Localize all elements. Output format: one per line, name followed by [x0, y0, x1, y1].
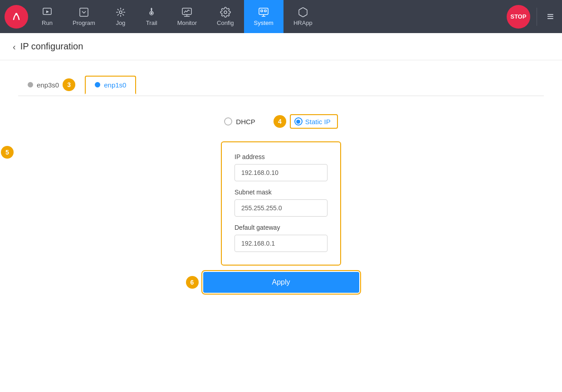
- svg-rect-4: [80, 8, 88, 16]
- nav-label-program: Program: [73, 19, 95, 26]
- subnet-mask-input[interactable]: [235, 199, 327, 217]
- svg-line-12: [122, 9, 124, 10]
- nav-item-run[interactable]: Run: [32, 0, 63, 33]
- form-wrapper: 5 IP address Subnet mask Default gateway: [18, 141, 544, 266]
- default-gateway-input[interactable]: [235, 235, 327, 252]
- subnet-mask-label: Subnet mask: [235, 189, 327, 196]
- apply-btn-wrapper: 6 Apply: [18, 272, 544, 293]
- ip-address-input[interactable]: [235, 164, 327, 181]
- page: ‹ IP configuration enp3s0 3 enp1s0 DHCP: [0, 33, 562, 392]
- svg-marker-3: [46, 10, 49, 13]
- interface-tab-enp3s0[interactable]: enp3s0 3: [18, 73, 85, 96]
- interface-tab-enp1s0[interactable]: enp1s0: [85, 76, 136, 94]
- static-ip-label: Static IP: [305, 118, 331, 126]
- nav-label-system: System: [254, 19, 274, 26]
- static-ip-radio-inner: [296, 120, 300, 124]
- svg-line-10: [117, 9, 119, 10]
- nav-item-config[interactable]: Config: [207, 0, 244, 33]
- ip-address-label: IP address: [235, 153, 327, 160]
- svg-point-15: [151, 13, 152, 14]
- nav-label-config: Config: [217, 19, 234, 26]
- svg-rect-20: [261, 10, 263, 12]
- page-header: ‹ IP configuration: [0, 33, 562, 60]
- interface-label-enp1s0: enp1s0: [104, 81, 126, 89]
- form-section: IP address Subnet mask Default gateway: [221, 141, 341, 266]
- nav-item-trail[interactable]: Trail: [136, 0, 167, 33]
- static-ip-group: 4 Static IP: [274, 114, 338, 129]
- form-badge: 5: [1, 146, 14, 159]
- stop-button[interactable]: STOP: [507, 5, 530, 29]
- nav-item-monitor[interactable]: Monitor: [167, 0, 207, 33]
- interface-label-enp3s0: enp3s0: [37, 81, 59, 89]
- static-ip-option[interactable]: Static IP: [290, 114, 338, 129]
- dhcp-radio[interactable]: [224, 117, 232, 126]
- nav-label-monitor: Monitor: [177, 19, 197, 26]
- app-logo[interactable]: [5, 5, 28, 29]
- nav-item-jog[interactable]: Jog: [105, 0, 136, 33]
- nav-divider: [537, 8, 537, 26]
- menu-button[interactable]: ≡: [543, 6, 557, 27]
- svg-point-0: [10, 11, 22, 23]
- ip-mode-row: DHCP 4 Static IP: [18, 114, 544, 129]
- default-gateway-label: Default gateway: [235, 224, 327, 231]
- dhcp-label: DHCP: [236, 118, 255, 126]
- svg-rect-21: [264, 10, 266, 12]
- nav-items: Run Program Jog: [32, 0, 507, 33]
- svg-line-11: [122, 14, 124, 15]
- dhcp-option[interactable]: DHCP: [224, 117, 255, 126]
- interface-dot-enp1s0: [95, 82, 100, 87]
- interface-tabs: enp3s0 3 enp1s0: [18, 73, 544, 96]
- static-ip-radio[interactable]: [294, 117, 303, 126]
- svg-line-13: [117, 14, 119, 15]
- apply-button[interactable]: Apply: [203, 272, 359, 293]
- page-title: IP configuration: [20, 41, 83, 52]
- svg-point-5: [119, 11, 122, 14]
- nav-label-run: Run: [42, 19, 53, 26]
- apply-badge: 6: [186, 276, 199, 289]
- svg-point-18: [224, 11, 227, 14]
- navbar: Run Program Jog: [0, 0, 562, 33]
- nav-right: STOP ≡: [507, 5, 557, 29]
- nav-item-hrapp[interactable]: HRApp: [283, 0, 323, 33]
- svg-rect-19: [259, 8, 268, 15]
- content-area: enp3s0 3 enp1s0 DHCP 4: [0, 60, 562, 305]
- nav-item-program[interactable]: Program: [63, 0, 105, 33]
- svg-point-1: [15, 13, 18, 15]
- interface-dot-enp3s0: [28, 82, 33, 87]
- nav-item-system[interactable]: System: [244, 0, 283, 33]
- nav-label-hrapp: HRApp: [293, 19, 313, 26]
- nav-label-jog: Jog: [116, 19, 125, 26]
- ip-mode-badge: 4: [274, 115, 286, 128]
- back-button[interactable]: ‹: [13, 42, 16, 51]
- nav-label-trail: Trail: [146, 19, 157, 26]
- interface-badge-3: 3: [63, 78, 75, 91]
